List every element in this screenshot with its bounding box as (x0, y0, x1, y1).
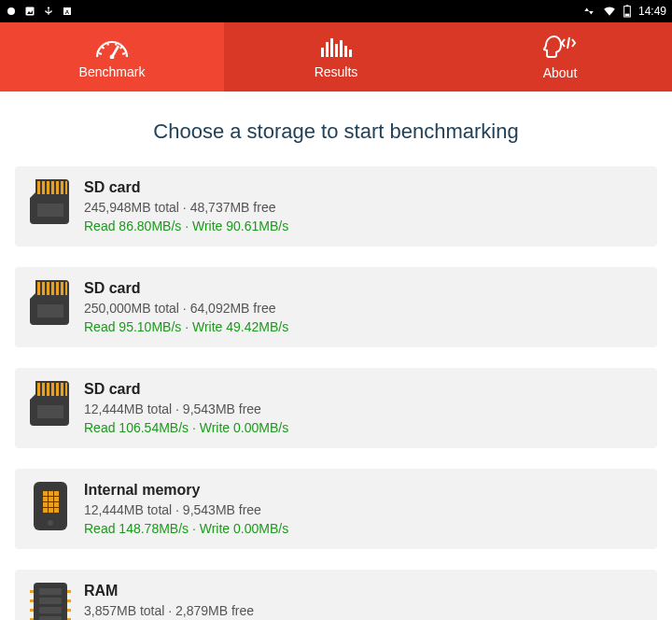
svg-rect-49 (43, 491, 48, 496)
tab-label: Benchmark (79, 64, 146, 79)
svg-rect-68 (30, 599, 34, 602)
battery-icon (623, 5, 631, 18)
storage-title: SD card (84, 280, 642, 297)
svg-rect-34 (45, 282, 47, 295)
svg-rect-45 (59, 383, 61, 396)
svg-rect-63 (39, 588, 62, 595)
svg-line-9 (102, 47, 105, 49)
svg-rect-44 (54, 383, 56, 396)
tab-label: Results (315, 64, 358, 79)
tab-about[interactable]: About (448, 22, 672, 92)
svg-rect-59 (49, 508, 53, 513)
svg-rect-50 (49, 491, 53, 496)
svg-rect-18 (330, 38, 333, 57)
svg-rect-31 (37, 204, 63, 217)
svg-rect-47 (37, 405, 63, 418)
svg-rect-39 (37, 304, 63, 317)
storage-title: RAM (84, 583, 642, 599)
svg-rect-72 (67, 599, 71, 602)
svg-point-61 (48, 520, 53, 526)
storage-item-body: SD card12,444MB total · 9,543MB freeRead… (84, 381, 642, 435)
storage-capacity: 250,000MB total · 64,092MB free (84, 301, 642, 316)
svg-rect-46 (63, 383, 65, 396)
tab-bar: Benchmark Results About (0, 22, 672, 92)
svg-rect-54 (54, 497, 59, 501)
svg-rect-69 (30, 609, 34, 612)
sd-card-icon (30, 179, 71, 224)
tab-benchmark[interactable]: Benchmark (0, 22, 224, 92)
svg-rect-51 (54, 491, 59, 496)
image-icon (24, 6, 35, 17)
svg-rect-58 (43, 508, 48, 513)
storage-item-body: SD card245,948MB total · 48,737MB freeRe… (84, 179, 642, 233)
svg-line-10 (107, 43, 108, 46)
svg-rect-41 (40, 383, 42, 396)
storage-item[interactable]: Internal memory12,444MB total · 9,543MB … (15, 469, 657, 549)
storage-performance: Read 86.80MB/s · Write 90.61MB/s (84, 218, 642, 233)
svg-rect-38 (63, 282, 65, 295)
svg-point-0 (7, 7, 15, 15)
svg-rect-35 (49, 282, 51, 295)
svg-rect-65 (39, 607, 62, 613)
sd-icon-wrapper (30, 179, 71, 224)
svg-rect-67 (30, 590, 34, 593)
ram-icon-wrapper (30, 583, 71, 620)
svg-rect-66 (39, 616, 62, 620)
sd-icon-wrapper (30, 381, 71, 426)
content: Choose a storage to start benchmarking S… (0, 92, 672, 620)
storage-capacity: 12,444MB total · 9,543MB free (84, 402, 642, 416)
storage-item-body: Internal memory12,444MB total · 9,543MB … (84, 482, 642, 536)
svg-rect-37 (59, 282, 61, 295)
storage-item[interactable]: SD card250,000MB total · 64,092MB freeRe… (15, 267, 657, 347)
svg-rect-30 (63, 181, 65, 194)
notification-icon (6, 6, 17, 17)
storage-title: SD card (84, 179, 642, 196)
svg-rect-53 (49, 497, 53, 501)
storage-title: SD card (84, 381, 642, 398)
phone-icon (30, 482, 71, 530)
head-code-icon (541, 34, 579, 60)
svg-rect-29 (59, 181, 61, 194)
svg-line-12 (120, 47, 123, 49)
svg-rect-33 (40, 282, 42, 295)
svg-rect-73 (67, 609, 71, 612)
storage-performance: Read 148.78MB/s · Write 0.00MB/s (84, 521, 642, 536)
svg-rect-27 (49, 181, 51, 194)
svg-point-15 (111, 56, 114, 59)
page-heading: Choose a storage to start benchmarking (15, 120, 657, 144)
svg-rect-16 (321, 48, 324, 57)
svg-line-23 (567, 37, 569, 49)
storage-capacity: 245,948MB total · 48,737MB free (84, 200, 642, 215)
storage-list: SD card245,948MB total · 48,737MB freeRe… (15, 166, 657, 620)
svg-rect-56 (49, 502, 53, 507)
storage-title: Internal memory (84, 482, 642, 499)
storage-performance: Read 95.10MB/s · Write 49.42MB/s (84, 319, 642, 334)
sd-card-icon (30, 381, 71, 426)
svg-rect-57 (54, 502, 59, 507)
storage-item-body: SD card250,000MB total · 64,092MB freeRe… (84, 280, 642, 334)
svg-rect-71 (67, 590, 71, 593)
storage-item[interactable]: RAM3,857MB total · 2,879MB freeRAM copy … (15, 570, 657, 620)
tab-results[interactable]: Results (224, 22, 448, 92)
storage-capacity: 3,857MB total · 2,879MB free (84, 603, 642, 618)
svg-line-13 (122, 53, 125, 54)
svg-rect-6 (626, 5, 629, 6)
storage-performance: Read 106.54MB/s · Write 0.00MB/s (84, 420, 642, 435)
tab-label: About (543, 65, 578, 80)
svg-rect-43 (49, 383, 51, 396)
sd-icon-wrapper (30, 280, 71, 325)
svg-rect-60 (54, 508, 59, 513)
svg-rect-36 (54, 282, 56, 295)
storage-item[interactable]: SD card12,444MB total · 9,543MB freeRead… (15, 368, 657, 448)
svg-rect-22 (349, 49, 352, 57)
svg-rect-25 (40, 181, 42, 194)
svg-line-8 (99, 53, 102, 54)
internal-icon-wrapper (30, 482, 71, 527)
svg-rect-28 (54, 181, 56, 194)
svg-text:A: A (65, 9, 70, 15)
status-time: 14:49 (638, 5, 666, 18)
svg-rect-52 (43, 497, 48, 501)
svg-rect-21 (344, 46, 347, 57)
storage-item[interactable]: SD card245,948MB total · 48,737MB freeRe… (15, 166, 657, 247)
svg-rect-1 (26, 7, 35, 16)
